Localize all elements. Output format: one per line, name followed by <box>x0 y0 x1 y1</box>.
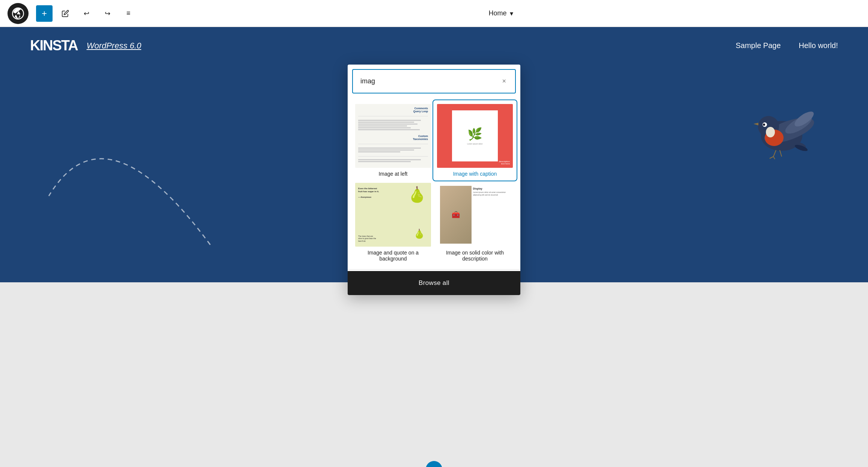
thumb-solid-title: Display <box>473 187 510 190</box>
search-bar: × <box>352 69 516 93</box>
modal-divider <box>348 269 520 270</box>
site-navigation: KINSTA WordPress 6.0 Sample Page Hello w… <box>0 27 868 64</box>
svg-point-9 <box>766 127 775 137</box>
toolbar-center: Home ▾ <box>141 9 860 18</box>
search-clear-button[interactable]: × <box>500 76 508 87</box>
dashed-arc-decoration <box>30 65 218 252</box>
pattern-label-image-with-caption: Image with caption <box>437 171 513 177</box>
chevron-down-icon: ▾ <box>510 9 513 18</box>
svg-line-13 <box>780 150 782 157</box>
pattern-label-image-solid: Image on solid color with description <box>437 250 513 262</box>
svg-marker-7 <box>753 123 758 125</box>
nav-links: Sample Page Hello world! <box>735 41 838 50</box>
undo-button[interactable]: ↩ <box>78 5 95 22</box>
svg-line-12 <box>773 150 776 157</box>
thumb-solid-desc: Lorem ipsum dolor sit amet consectetur a… <box>473 191 510 196</box>
pattern-image-with-caption[interactable]: 🌿 Lorem ipsum dolor descriptiontext here… <box>434 101 516 180</box>
edit-button[interactable] <box>57 5 74 22</box>
page-title-button[interactable]: Home ▾ <box>488 9 513 18</box>
pattern-image-solid-color[interactable]: 🧰 Display Lorem ipsum dolor sit amet con… <box>434 180 516 265</box>
svg-line-15 <box>773 157 775 159</box>
bird-illustration <box>740 95 823 170</box>
pencil-icon <box>62 10 69 17</box>
search-input[interactable] <box>360 77 500 85</box>
pattern-label-image-at-left: Image at left <box>355 171 431 177</box>
pattern-thumb-image-at-left: CommentsQuery Loop <box>355 104 431 168</box>
wp-logo <box>8 3 29 24</box>
nav-item-hello-world[interactable]: Hello world! <box>799 41 838 50</box>
add-block-button[interactable]: + <box>36 5 53 22</box>
pattern-grid: CommentsQuery Loop <box>348 98 520 268</box>
pattern-image-quote[interactable]: Even the bitterestfruit has sugar in it.… <box>352 180 434 265</box>
pattern-thumb-image-solid: 🧰 Display Lorem ipsum dolor sit amet con… <box>437 183 513 247</box>
menu-button[interactable]: ≡ <box>120 5 137 22</box>
pattern-image-at-left[interactable]: CommentsQuery Loop <box>352 101 434 180</box>
page-content: KINSTA WordPress 6.0 Sample Page Hello w… <box>0 27 868 467</box>
top-toolbar: + ↩ ↪ ≡ Home ▾ <box>0 0 868 27</box>
svg-point-6 <box>763 124 765 126</box>
bottom-section <box>0 282 868 467</box>
browse-all-button[interactable]: Browse all <box>348 271 520 295</box>
page-title-label: Home <box>488 9 506 17</box>
site-logo-area: KINSTA WordPress 6.0 <box>30 38 141 54</box>
thumb-solid-image: 🧰 <box>440 186 472 244</box>
block-inserter-modal[interactable]: × CommentsQuery Loop <box>348 65 520 295</box>
pattern-thumb-image-with-caption: 🌿 Lorem ipsum dolor descriptiontext here <box>437 104 513 168</box>
wp-icon <box>12 8 24 20</box>
pattern-label-image-quote: Image and quote on a background <box>355 250 431 262</box>
bird-thumb-icon: 🌿 <box>467 127 482 141</box>
redo-button[interactable]: ↪ <box>99 5 116 22</box>
canvas-area: KINSTA WordPress 6.0 Sample Page Hello w… <box>0 27 868 467</box>
site-subtitle: WordPress 6.0 <box>87 41 142 51</box>
svg-line-14 <box>770 157 773 158</box>
nav-item-sample-page[interactable]: Sample Page <box>735 41 781 50</box>
pattern-thumb-image-quote: Even the bitterestfruit has sugar in it.… <box>355 183 431 247</box>
site-logo: KINSTA <box>30 38 78 54</box>
